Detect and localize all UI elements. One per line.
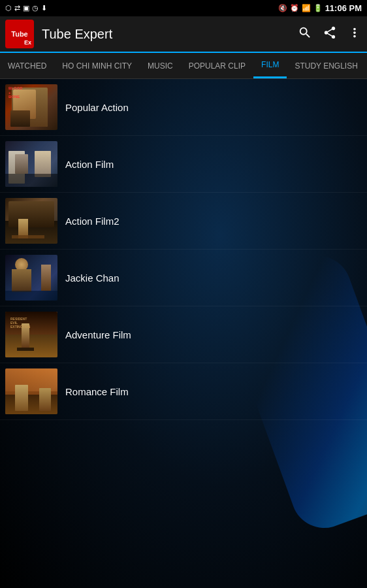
tab-popularclip[interactable]: Popular Clip [181,53,253,78]
sync-icon: ⇄ [14,4,20,12]
app-bar-actions [298,25,362,43]
more-icon[interactable] [347,25,362,43]
status-time: 11:06 PM [325,3,362,13]
logo-text-bottom: Ex [24,39,31,46]
list-item[interactable]: RESIDENTEVILEXTINCTION Adventure Film [0,306,367,363]
thumbnail [5,368,57,414]
content-list: BLOOD+BONE Popular Action Action Film [0,79,367,588]
app-title: Tube Expert [42,27,298,42]
item-title: Romance Film [65,386,129,397]
tab-watched[interactable]: WATCHED [0,53,54,78]
item-title: Action Film2 [65,216,120,227]
status-bar: ⬡ ⇄ ▣ ◷ ⬇ 🔇 ⏰ 📶 🔋 11:06 PM [0,0,367,16]
tab-music[interactable]: Music [140,53,181,78]
download-icon: ⬇ [41,4,47,12]
item-title: Popular Action [65,102,129,113]
thumbnail [5,198,57,244]
tab-hochiminh[interactable]: Ho Chi Minh City [54,53,140,78]
tab-studyenglish[interactable]: Study English [287,53,365,78]
search-icon[interactable] [298,25,312,43]
share-icon[interactable] [323,25,337,43]
usb-icon: ⬡ [5,4,12,12]
status-right: 🔇 ⏰ 📶 🔋 11:06 PM [278,3,362,13]
alarm-status-icon: ⏰ [290,4,299,12]
tab-bar: WATCHED Ho Chi Minh City Music Popular C… [0,53,367,79]
item-title: Action Film [65,159,114,170]
alarm-icon: ◷ [32,4,39,12]
status-icons: ⬡ ⇄ ▣ ◷ ⬇ [5,4,47,12]
thumbnail [5,255,57,301]
thumbnail [5,141,57,187]
thumbnail: RESIDENTEVILEXTINCTION [5,312,57,357]
photo-icon: ▣ [23,4,29,12]
mute-icon: 🔇 [278,4,287,12]
thumbnail: BLOOD+BONE [5,84,57,130]
item-title: Adventure Film [65,329,131,340]
battery-icon: 🔋 [313,4,323,12]
list-item[interactable]: Romance Film [0,363,367,420]
tab-film[interactable]: Film [253,53,287,78]
list-item[interactable]: Action Film [0,136,367,193]
item-title: Jackie Chan [65,272,120,284]
list-item[interactable]: BLOOD+BONE Popular Action [0,79,367,136]
app-bar: Tube Ex Tube Expert [0,16,367,53]
app-logo: Tube Ex [5,20,34,48]
list-item[interactable]: Action Film2 [0,193,367,250]
logo-text-top: Tube [11,31,27,38]
list-item[interactable]: Jackie Chan [0,250,367,306]
wifi-icon: 📶 [302,4,311,12]
